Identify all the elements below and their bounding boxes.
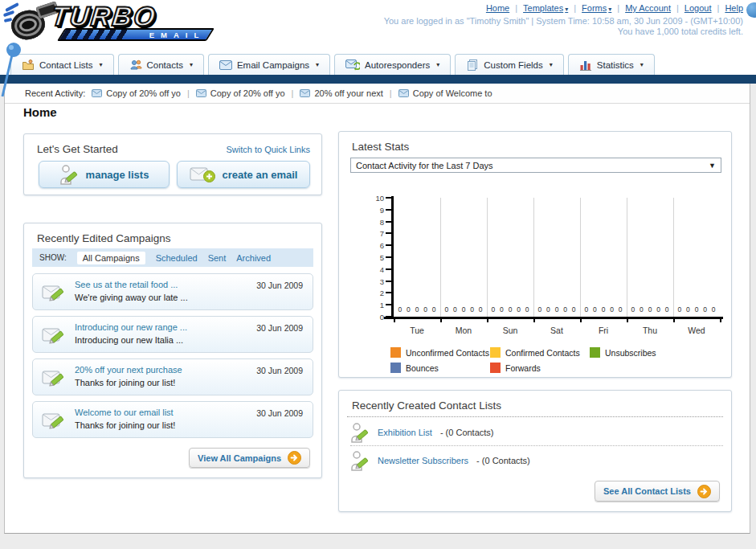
- chart-value-label: 0: [490, 305, 497, 313]
- nav-link-logout[interactable]: Logout: [684, 3, 712, 13]
- select-arrow-icon: ▼: [709, 162, 716, 170]
- campaign-title-link[interactable]: Welcome to our email list: [75, 408, 174, 417]
- chart-gridline: [580, 198, 581, 317]
- pin-icon: [0, 40, 24, 98]
- stats-period-select[interactable]: Contact Activity for the Last 7 Days ▼: [350, 158, 721, 173]
- logo[interactable]: TURBO EMAIL: [6, 2, 210, 41]
- chart-value-label: 0: [583, 305, 590, 313]
- recent-activity-link[interactable]: Copy of 20% off yo: [106, 88, 181, 98]
- turbo-icon: [6, 2, 51, 41]
- see-all-contact-lists-button[interactable]: See All Contact Lists: [595, 481, 720, 502]
- tab-statistics[interactable]: Statistics▾: [568, 54, 655, 75]
- campaign-row[interactable]: Introducing our new range ...Introducing…: [32, 316, 313, 353]
- tab-email-campaigns[interactable]: Email Campaigns▾: [208, 54, 330, 75]
- page-title: Home: [23, 105, 57, 119]
- logo-subtitle: EMAIL: [149, 31, 206, 39]
- nav-link-templates[interactable]: Templates▾: [523, 3, 568, 13]
- chart-y-tick-label: 9: [363, 206, 384, 215]
- chart-value-label: 0: [452, 305, 458, 313]
- chart-y-tick-label: 10: [363, 194, 384, 203]
- nav-separator: |: [676, 3, 679, 13]
- contact-activity-chart: 01234567891000000Tue00000Mon00000Sun0000…: [339, 180, 733, 341]
- contact-list-link[interactable]: Exhibition List: [378, 428, 432, 437]
- legend-entry-confirmed-contacts: Confirmed Contacts: [490, 345, 590, 360]
- switch-to-quick-links-link[interactable]: Switch to Quick Links: [226, 145, 310, 154]
- filter-scheduled[interactable]: Scheduled: [156, 253, 198, 263]
- legend-label: Unsubscribes: [605, 348, 656, 358]
- recent-activity-item[interactable]: Copy of 20% off yo: [92, 88, 181, 98]
- campaign-row[interactable]: Welcome to our email listThanks for join…: [32, 401, 313, 438]
- person-pencil-icon: [350, 450, 370, 471]
- chart-day-label: Sat: [541, 326, 573, 335]
- recent-activity-link[interactable]: Copy of 20% off yo: [210, 88, 285, 98]
- chart-value-label: 0: [656, 305, 662, 313]
- chart-value-label: 0: [498, 305, 505, 313]
- chart-y-tick-label: 8: [363, 218, 384, 227]
- person-pencil-icon: [350, 422, 370, 443]
- main-tab-bar: Contact Lists▾Contacts▾Email Campaigns▾A…: [10, 54, 655, 75]
- legend-swatch: [590, 347, 600, 358]
- legend-label: Confirmed Contacts: [505, 348, 580, 358]
- manage-lists-button[interactable]: manage lists: [39, 161, 170, 188]
- create-an-email-button[interactable]: create an email: [177, 161, 310, 188]
- activity-separator: |: [292, 88, 294, 98]
- chart-y-tick: [386, 304, 392, 305]
- statistics-icon: [579, 59, 592, 71]
- tab-custom-fields[interactable]: Custom Fields▾: [455, 54, 564, 75]
- chart-value-label: 0: [617, 305, 623, 313]
- nav-link-home[interactable]: Home: [486, 3, 509, 13]
- tab-contact-lists[interactable]: Contact Lists▾: [10, 54, 114, 75]
- arrow-circle-icon: [697, 485, 711, 498]
- chart-value-label: 0: [431, 305, 437, 313]
- help-bubble-icon[interactable]: [746, 2, 756, 18]
- tab-contacts[interactable]: Contacts▾: [118, 54, 204, 75]
- contacts-icon: [129, 59, 142, 72]
- campaign-date: 30 Jun 2009: [256, 408, 303, 418]
- mail-small-icon: [300, 89, 310, 97]
- navy-divider-bar: [0, 75, 756, 84]
- recent-activity-link[interactable]: Copy of Welcome to: [413, 88, 492, 98]
- mail-small-icon: [196, 89, 206, 97]
- campaign-title-link[interactable]: 20% off your next purchase: [75, 365, 182, 375]
- filter-archived[interactable]: Archived: [236, 253, 271, 263]
- filter-sent[interactable]: Sent: [208, 253, 227, 263]
- recent-activity-item[interactable]: 20% off your next: [300, 88, 382, 98]
- nav-link-help[interactable]: Help: [725, 3, 743, 13]
- recent-activity-item[interactable]: Copy of Welcome to: [398, 88, 492, 98]
- chart-value-label: 0: [591, 305, 598, 313]
- chart-y-tick: [386, 244, 392, 246]
- chart-value-label: 0: [609, 305, 615, 313]
- tab-autoresponders[interactable]: Autoresponders▾: [334, 54, 451, 75]
- contact-lists-title: Recently Created Contact Lists: [352, 399, 501, 412]
- envelope-pencil-icon: [42, 325, 67, 346]
- custom-fields-icon: [466, 59, 479, 72]
- mail-small-icon: [92, 89, 102, 97]
- campaigns-panel: Recently Edited Campaigns SHOW: All Camp…: [23, 223, 322, 478]
- campaign-title-link[interactable]: See us at the retail food ...: [75, 280, 178, 289]
- contact-list-item[interactable]: Newsletter Subscribers- (0 Contacts): [350, 447, 723, 473]
- view-all-campaigns-button[interactable]: View All Campaigns: [189, 448, 310, 468]
- recent-activity-bar: Recent Activity: Copy of 20% off yo|Copy…: [5, 84, 750, 104]
- nav-link-my-account[interactable]: My Account: [625, 3, 671, 13]
- filter-all-campaigns[interactable]: All Campaigns: [77, 252, 145, 264]
- envelope-pencil-icon: [42, 367, 67, 388]
- chart-value-label: 0: [600, 305, 607, 313]
- chart-value-label: 0: [469, 305, 476, 313]
- campaign-row[interactable]: 20% off your next purchaseThanks for joi…: [32, 358, 313, 395]
- mail-small-icon: [398, 89, 409, 97]
- chart-value-label: 0: [562, 305, 569, 313]
- dropdown-arrow-icon: ▾: [436, 61, 439, 68]
- campaign-title-link[interactable]: Introducing our new range ...: [75, 322, 187, 332]
- nav-link-forms[interactable]: Forms▾: [582, 3, 611, 13]
- recent-activity-link[interactable]: 20% off your next: [314, 88, 382, 98]
- recent-activity-item[interactable]: Copy of 20% off yo: [196, 88, 285, 98]
- contact-list-item[interactable]: Exhibition List- (0 Contacts): [350, 420, 723, 446]
- chart-y-tick-label: 2: [363, 289, 384, 297]
- chart-x-tick: [673, 319, 675, 322]
- contact-list-link[interactable]: Newsletter Subscribers: [378, 456, 468, 465]
- legend-entry-bounces: Bounces: [390, 360, 490, 375]
- campaign-row[interactable]: See us at the retail food ...We're givin…: [32, 273, 313, 310]
- chart-value-label: 0: [423, 305, 429, 313]
- dropdown-arrow-icon: ▾: [640, 61, 644, 68]
- dropdown-arrow-icon: ▾: [190, 61, 193, 68]
